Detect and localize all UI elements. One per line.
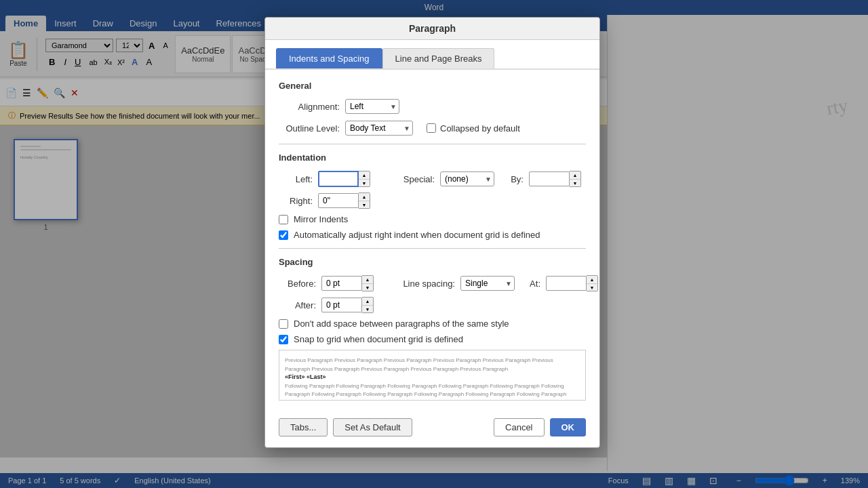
at-spinners: ▲ ▼ <box>587 275 598 291</box>
indent-left-up[interactable]: ▲ <box>359 171 370 179</box>
dialog-title: Paragraph <box>265 18 599 40</box>
collapsed-default-wrapper: Collapsed by default <box>427 123 520 134</box>
spacing-rows: Before: ▲ ▼ After: ▲ <box>279 275 586 313</box>
divider-1 <box>279 144 586 144</box>
by-spin: ▲ ▼ <box>529 171 581 187</box>
spacing-after-up[interactable]: ▲ <box>362 298 373 305</box>
outline-level-label: Outline Level: <box>279 123 340 134</box>
alignment-row: Alignment: Left Center Right Justified ▼ <box>279 99 586 114</box>
spacing-after-row: After: ▲ ▼ <box>279 297 374 313</box>
mirror-indents-row: Mirror Indents <box>279 214 586 224</box>
spacing-after-spin: ▲ ▼ <box>321 297 374 313</box>
line-spacing-col: Line spacing: Single 1.5 lines Double At… <box>401 275 598 313</box>
footer-left-buttons: Tabs... Set As Default <box>279 418 412 436</box>
alignment-label: Alignment: <box>279 102 340 112</box>
dont-add-space-checkbox[interactable] <box>279 319 288 329</box>
collapsed-default-label: Collapsed by default <box>440 123 520 134</box>
indent-left-row: Left: ▲ ▼ <box>279 171 370 187</box>
snap-to-grid-label: Snap to grid when document grid is defin… <box>294 334 463 344</box>
indent-left-spin: ▲ ▼ <box>318 171 370 187</box>
at-down[interactable]: ▼ <box>587 283 597 291</box>
spacing-before-spinners: ▲ ▼ <box>362 275 374 291</box>
indent-left-down[interactable]: ▼ <box>359 179 370 186</box>
spacing-before-after-col: Before: ▲ ▼ After: ▲ <box>279 275 374 313</box>
footer-right-buttons: Cancel OK <box>494 418 586 436</box>
dialog-footer: Tabs... Set As Default Cancel OK <box>265 411 599 436</box>
at-label: At: <box>527 279 540 289</box>
alignment-select[interactable]: Left Center Right Justified <box>345 99 399 114</box>
by-up[interactable]: ▲ <box>570 171 580 179</box>
indent-right-input[interactable] <box>318 193 359 208</box>
set-as-default-button[interactable]: Set As Default <box>333 418 412 436</box>
indent-right-label: Right: <box>279 196 313 206</box>
tab-indents-spacing[interactable]: Indents and Spacing <box>276 48 382 68</box>
paragraph-preview: Previous Paragraph Previous Paragraph Pr… <box>279 350 586 401</box>
indent-right-spin: ▲ ▼ <box>318 192 370 209</box>
special-select-wrapper: (none) First line Hanging ▼ <box>440 171 494 186</box>
snap-to-grid-checkbox[interactable] <box>279 335 288 344</box>
by-input[interactable] <box>529 171 570 186</box>
mirror-indents-checkbox[interactable] <box>279 215 288 224</box>
at-input[interactable] <box>546 276 587 291</box>
spacing-before-down[interactable]: ▼ <box>362 283 373 291</box>
cancel-button[interactable]: Cancel <box>494 418 544 436</box>
spacing-after-input[interactable] <box>321 298 362 312</box>
dialog-body: General Alignment: Left Center Right Jus… <box>265 70 599 411</box>
divider-2 <box>279 248 586 249</box>
by-spinners: ▲ ▼ <box>570 171 581 187</box>
spacing-before-row: Before: ▲ ▼ <box>279 275 374 291</box>
auto-adjust-checkbox[interactable] <box>279 230 288 240</box>
special-label: Special: <box>397 174 435 184</box>
preview-next-paragraph: Following Paragraph Following Paragraph … <box>285 383 566 401</box>
line-spacing-label: Line spacing: <box>401 279 455 289</box>
indent-left-input[interactable] <box>318 171 359 187</box>
alignment-select-wrapper: Left Center Right Justified ▼ <box>345 99 399 114</box>
indent-right-down[interactable]: ▼ <box>359 201 370 208</box>
spacing-after-label: After: <box>279 300 316 310</box>
auto-adjust-row: Automatically adjust right indent when d… <box>279 230 586 240</box>
spacing-section-header: Spacing <box>279 257 586 267</box>
special-select[interactable]: (none) First line Hanging <box>440 171 494 186</box>
preview-prev-paragraph: Previous Paragraph Previous Paragraph Pr… <box>285 357 553 372</box>
outline-level-row: Outline Level: Body Text Level 1 Level 2… <box>279 121 586 136</box>
general-section-header: General <box>279 81 586 91</box>
indent-special-col: Special: (none) First line Hanging ▼ By: <box>397 171 581 209</box>
indentation-section-header: Indentation <box>279 152 586 163</box>
at-spin: ▲ ▼ <box>546 275 598 291</box>
indent-right-row: Right: ▲ ▼ <box>279 192 370 209</box>
indent-left-label: Left: <box>279 174 313 184</box>
spacing-after-down[interactable]: ▼ <box>362 305 373 312</box>
indent-left-right-col: Left: ▲ ▼ Right: ▲ <box>279 171 370 209</box>
dont-add-space-label: Don't add space between paragraphs of th… <box>294 319 509 329</box>
spacing-before-up[interactable]: ▲ <box>362 276 373 283</box>
tabs-button[interactable]: Tabs... <box>279 418 328 436</box>
by-down[interactable]: ▼ <box>570 179 580 186</box>
spacing-before-spin: ▲ ▼ <box>321 275 374 291</box>
line-spacing-row: Line spacing: Single 1.5 lines Double At… <box>401 275 598 291</box>
by-label: By: <box>507 174 524 184</box>
line-spacing-select[interactable]: Single 1.5 lines Double At least Exactly… <box>460 276 515 291</box>
at-up[interactable]: ▲ <box>587 276 597 283</box>
paragraph-dialog: Paragraph Indents and Spacing Line and P… <box>264 17 600 448</box>
indent-right-up[interactable]: ▲ <box>359 193 370 201</box>
special-row: Special: (none) First line Hanging ▼ By: <box>397 171 581 187</box>
mirror-indents-label: Mirror Indents <box>294 214 348 224</box>
indentation-row: Left: ▲ ▼ Right: ▲ <box>279 171 586 209</box>
spacing-after-spinners: ▲ ▼ <box>362 297 374 313</box>
tab-line-page-breaks[interactable]: Line and Page Breaks <box>382 48 495 68</box>
auto-adjust-label: Automatically adjust right indent when d… <box>294 230 540 240</box>
ok-button[interactable]: OK <box>550 418 587 436</box>
outline-select-wrapper: Body Text Level 1 Level 2 ▼ <box>345 121 413 136</box>
indent-right-spinners: ▲ ▼ <box>359 192 370 209</box>
collapsed-default-checkbox[interactable] <box>427 123 436 133</box>
preview-current-text: «First» «Last» <box>285 373 326 380</box>
snap-to-grid-row: Snap to grid when document grid is defin… <box>279 334 586 344</box>
indent-left-spinners: ▲ ▼ <box>359 171 370 187</box>
line-spacing-select-wrapper: Single 1.5 lines Double At least Exactly… <box>460 276 515 291</box>
outline-level-select[interactable]: Body Text Level 1 Level 2 <box>345 121 413 136</box>
dialog-tab-bar: Indents and Spacing Line and Page Breaks <box>265 40 599 70</box>
spacing-before-input[interactable] <box>321 276 362 291</box>
dont-add-space-row: Don't add space between paragraphs of th… <box>279 319 586 329</box>
spacing-before-label: Before: <box>279 279 316 289</box>
